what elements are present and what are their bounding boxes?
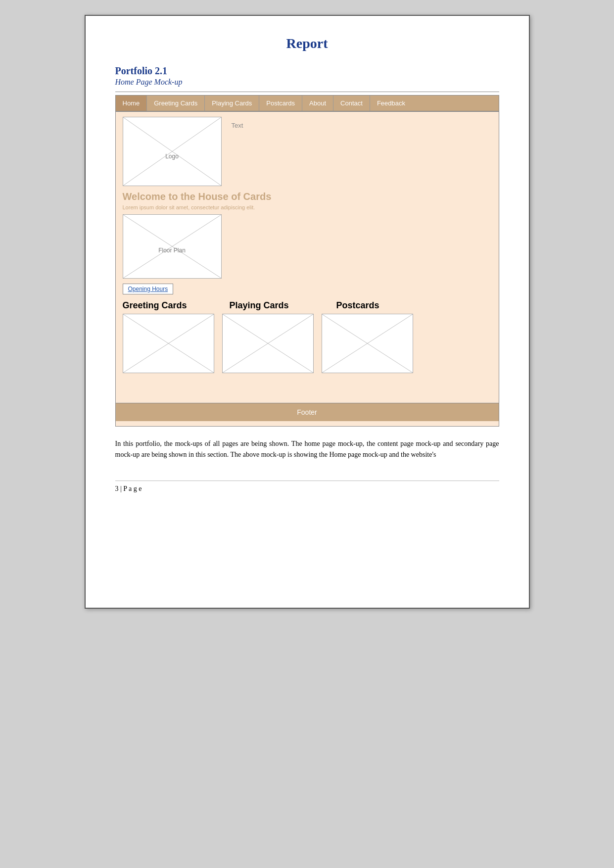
logo-label: Logo — [165, 153, 179, 160]
svg-line-4 — [123, 314, 214, 373]
svg-line-3 — [123, 215, 221, 278]
page: Report Portfolio 2.1 Home Page Mock-up H… — [85, 15, 530, 609]
playing-x-icon — [223, 314, 313, 373]
svg-line-9 — [322, 314, 413, 373]
body-text: In this portfolio, the mock-ups of all p… — [115, 438, 499, 461]
category-header-postcards: Postcards — [336, 300, 435, 311]
mockup-footer: Footer — [116, 403, 499, 421]
hero-area: Logo Text — [123, 117, 492, 186]
hero-text: Text — [232, 117, 492, 129]
logo-placeholder: Logo — [123, 117, 222, 186]
category-header-greeting: Greeting Cards — [123, 300, 222, 311]
nav-item-greeting-cards[interactable]: Greeting Cards — [147, 96, 205, 111]
text-placeholder: Text — [232, 122, 243, 129]
nav-item-feedback[interactable]: Feedback — [370, 96, 412, 111]
nav-bar: Home Greeting Cards Playing Cards Postca… — [116, 96, 499, 112]
floorplan-label: Floor Plan — [158, 247, 186, 254]
floorplan-x-icon — [123, 215, 221, 278]
nav-item-home[interactable]: Home — [116, 96, 147, 111]
mockup-body: Logo Text Welcome to the House of Cards … — [116, 112, 499, 398]
svg-line-1 — [123, 117, 221, 186]
playing-cards-image — [222, 314, 314, 373]
svg-line-8 — [322, 314, 413, 373]
svg-line-5 — [123, 314, 214, 373]
category-images — [123, 314, 492, 373]
mockup-container: Home Greeting Cards Playing Cards Postca… — [115, 95, 499, 427]
greeting-cards-image — [123, 314, 214, 373]
spacer — [123, 378, 492, 393]
nav-item-about[interactable]: About — [302, 96, 333, 111]
postcards-x-icon — [322, 314, 413, 373]
portfolio-title: Portfolio 2.1 — [115, 65, 499, 77]
nav-item-contact[interactable]: Contact — [333, 96, 370, 111]
opening-hours-button[interactable]: Opening Hours — [123, 284, 174, 294]
greeting-x-icon — [123, 314, 214, 373]
nav-item-playing-cards[interactable]: Playing Cards — [205, 96, 259, 111]
report-title: Report — [115, 36, 499, 51]
logo-x-icon — [123, 117, 221, 186]
floorplan-placeholder: Floor Plan — [123, 214, 222, 279]
category-header-playing: Playing Cards — [230, 300, 329, 311]
welcome-subtitle: Lorem ipsum dolor sit amet, consectetur … — [123, 204, 492, 210]
svg-line-7 — [223, 314, 313, 373]
svg-line-2 — [123, 215, 221, 278]
divider — [115, 92, 499, 92]
page-number: 3 | P a g e — [115, 481, 499, 493]
welcome-section: Welcome to the House of Cards Lorem ipsu… — [123, 191, 492, 279]
svg-line-6 — [223, 314, 313, 373]
welcome-title: Welcome to the House of Cards — [123, 191, 492, 202]
svg-line-0 — [123, 117, 221, 186]
category-section: Greeting Cards Playing Cards Postcards — [123, 300, 492, 373]
portfolio-subtitle: Home Page Mock-up — [115, 78, 499, 87]
postcards-image — [322, 314, 413, 373]
nav-item-postcards[interactable]: Postcards — [259, 96, 302, 111]
category-headers: Greeting Cards Playing Cards Postcards — [123, 300, 492, 311]
